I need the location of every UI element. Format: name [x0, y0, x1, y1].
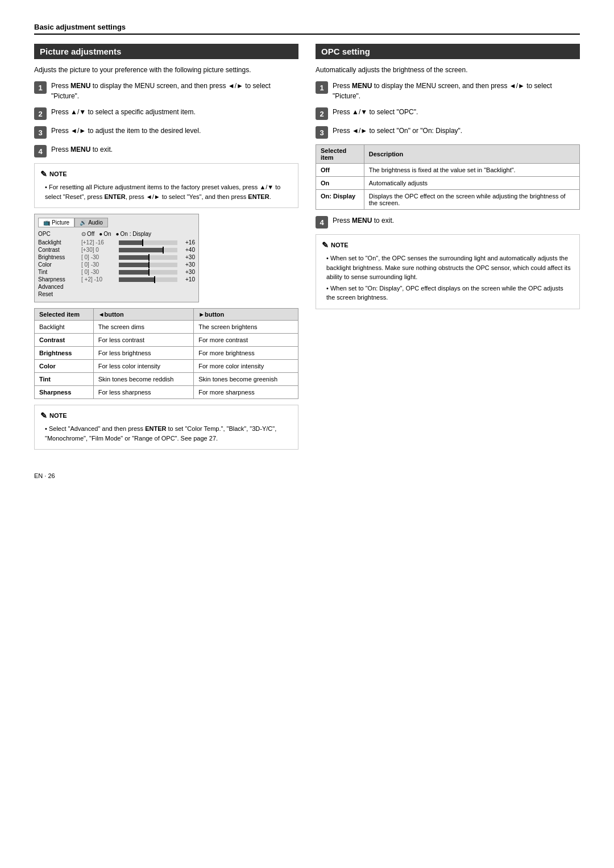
- table-cell-right: For more contrast: [194, 334, 298, 347]
- opc-note-box: ✎ NOTE When set to "On", the OPC senses …: [316, 234, 580, 309]
- menu-row-reset: Reset: [38, 291, 195, 297]
- step-num-3: 3: [34, 126, 47, 139]
- table-cell-item: Color: [35, 360, 94, 373]
- menu-row-backlight: Backlight [+12] -16 +16: [38, 239, 195, 246]
- step-4: 4 Press MENU to exit.: [34, 144, 298, 157]
- table-header-left: ◄button: [93, 309, 194, 321]
- table-cell-left: For less sharpness: [93, 386, 194, 399]
- opc-note-icon: ✎: [322, 239, 329, 251]
- opc-table-header-item: Selected item: [316, 145, 364, 164]
- menu-row-sharpness: Sharpness [ +2] -10 +10: [38, 276, 195, 283]
- step-2-text: Press ▲/▼ to select a specific adjustmen…: [51, 107, 298, 117]
- note-box-1: ✎ NOTE For resetting all Picture adjustm…: [34, 163, 298, 208]
- opc-table-header-desc: Description: [364, 145, 579, 164]
- note-box-footer: ✎ NOTE Select "Advanced" and then press …: [34, 405, 298, 450]
- menu-tab-picture: 📺 Picture: [38, 218, 74, 227]
- opc-step-num-4: 4: [316, 216, 328, 229]
- opc-options: ⊙Off ●On ●On : Display: [81, 231, 151, 237]
- opc-setting-title: OPC setting: [316, 44, 580, 59]
- opc-step-1: 1 Press MENU to display the MENU screen,…: [316, 81, 580, 101]
- table-cell-left: For less contrast: [93, 334, 194, 347]
- opc-table-cell-item: Off: [316, 164, 364, 177]
- step-3: 3 Press ◄/► to adjust the item to the de…: [34, 126, 298, 139]
- opc-on: ●On: [99, 231, 111, 237]
- opc-table-cell-desc: Displays the OPC effect on the screen wh…: [364, 190, 579, 210]
- step-1: 1 Press MENU to display the MENU screen,…: [34, 81, 298, 101]
- opc-step-4: 4 Press MENU to exit.: [316, 215, 580, 229]
- table-row: Tint Skin tones become reddish Skin tone…: [35, 373, 298, 386]
- section-header: Basic adjustment settings: [34, 23, 580, 35]
- picture-adjustments-title: Picture adjustments: [34, 44, 298, 59]
- note-icon-1: ✎: [40, 168, 47, 180]
- table-row: Backlight The screen dims The screen bri…: [35, 321, 298, 334]
- table-cell-item: Contrast: [35, 334, 94, 347]
- table-cell-right: For more brightness: [194, 347, 298, 360]
- menu-row-tint: Tint [ 0] -30 +30: [38, 269, 195, 275]
- opc-step-2-text: Press ▲/▼ to select "OPC".: [333, 107, 580, 117]
- opc-table-row: On: Display Displays the OPC effect on t…: [316, 190, 580, 210]
- opc-step-3: 3 Press ◄/► to select "On" or "On: Displ…: [316, 126, 580, 139]
- step-num-1: 1: [34, 81, 47, 94]
- opc-off: ⊙Off: [81, 231, 94, 237]
- step-num-2: 2: [34, 107, 47, 120]
- opc-table-cell-desc: The brightness is fixed at the value set…: [364, 164, 579, 177]
- table-cell-right: For more color intensity: [194, 360, 298, 373]
- opc-table-cell-desc: Automatically adjusts: [364, 177, 579, 190]
- note-title-footer: ✎ NOTE: [40, 410, 292, 422]
- table-row: Brightness For less brightness For more …: [35, 347, 298, 360]
- table-header-item: Selected item: [35, 309, 94, 321]
- opc-note-list: When set to "On", the OPC senses the sur…: [322, 254, 574, 302]
- table-cell-left: Skin tones become reddish: [93, 373, 194, 386]
- step-2: 2 Press ▲/▼ to select a specific adjustm…: [34, 107, 298, 120]
- note-item-1: For resetting all Picture adjustment ite…: [45, 182, 292, 201]
- menu-tabs: 📺 Picture 🔊 Audio: [38, 218, 195, 227]
- menu-row-color: Color [ 0] -30 +30: [38, 261, 195, 268]
- note-title-1: ✎ NOTE: [40, 168, 292, 180]
- table-cell-item: Backlight: [35, 321, 94, 334]
- menu-row-advanced: Advanced: [38, 284, 195, 290]
- opc-step-num-3: 3: [316, 126, 328, 139]
- table-cell-item: Brightness: [35, 347, 94, 360]
- table-cell-left: For less brightness: [93, 347, 194, 360]
- table-cell-item: Tint: [35, 373, 94, 386]
- page-container: Basic adjustment settings Picture adjust…: [34, 23, 580, 479]
- table-cell-left: For less color intensity: [93, 360, 194, 373]
- opc-table: Selected item Description Off The bright…: [316, 144, 580, 210]
- step-3-text: Press ◄/► to adjust the item to the desi…: [51, 126, 298, 136]
- table-row: Contrast For less contrast For more cont…: [35, 334, 298, 347]
- note-list-1: For resetting all Picture adjustment ite…: [40, 182, 292, 201]
- opc-table-cell-item: On: [316, 177, 364, 190]
- menu-screenshot: 📺 Picture 🔊 Audio OPC ⊙Off ●On ●On : Dis…: [34, 214, 199, 302]
- opc-setting-desc: Automatically adjusts the brightness of …: [316, 65, 580, 75]
- menu-opc-row: OPC ⊙Off ●On ●On : Display: [38, 231, 195, 237]
- step-num-4: 4: [34, 145, 47, 157]
- menu-tab-audio: 🔊 Audio: [74, 218, 108, 227]
- note-icon-footer: ✎: [40, 410, 47, 422]
- table-row: Color For less color intensity For more …: [35, 360, 298, 373]
- opc-note-title: ✎ NOTE: [322, 239, 574, 251]
- opc-step-3-text: Press ◄/► to select "On" or "On: Display…: [333, 126, 580, 136]
- opc-step-num-2: 2: [316, 107, 328, 120]
- table-cell-right: The screen brightens: [194, 321, 298, 334]
- opc-note-item-1: When set to "On", the OPC senses the sur…: [326, 254, 574, 282]
- step-4-text: Press MENU to exit.: [51, 144, 298, 155]
- left-column: Picture adjustments Adjusts the picture …: [34, 44, 298, 455]
- opc-step-1-text: Press MENU to display the MENU screen, a…: [333, 81, 580, 101]
- opc-step-2: 2 Press ▲/▼ to select "OPC".: [316, 107, 580, 120]
- opc-step-4-text: Press MENU to exit.: [333, 215, 580, 226]
- opc-table-cell-item: On: Display: [316, 190, 364, 210]
- right-column: OPC setting Automatically adjusts the br…: [316, 44, 580, 455]
- menu-row-contrast: Contrast [+30] 0 +40: [38, 247, 195, 253]
- note-list-footer: Select "Advanced" and then press ENTER t…: [40, 424, 292, 443]
- opc-note-item-2: When set to "On: Display", OPC effect di…: [326, 284, 574, 302]
- table-cell-left: The screen dims: [93, 321, 194, 334]
- opc-on-display: ●On : Display: [116, 231, 152, 237]
- table-cell-item: Sharpness: [35, 386, 94, 399]
- opc-step-num-1: 1: [316, 81, 328, 94]
- table-header-right: ►button: [194, 309, 298, 321]
- note-item-footer: Select "Advanced" and then press ENTER t…: [45, 424, 292, 443]
- menu-row-brightness: Brightness [ 0] -30 +30: [38, 254, 195, 260]
- step-1-text: Press MENU to display the MENU screen, a…: [51, 81, 298, 101]
- opc-table-row: On Automatically adjusts: [316, 177, 580, 190]
- adjustment-table: Selected item ◄button ►button Backlight …: [34, 308, 298, 399]
